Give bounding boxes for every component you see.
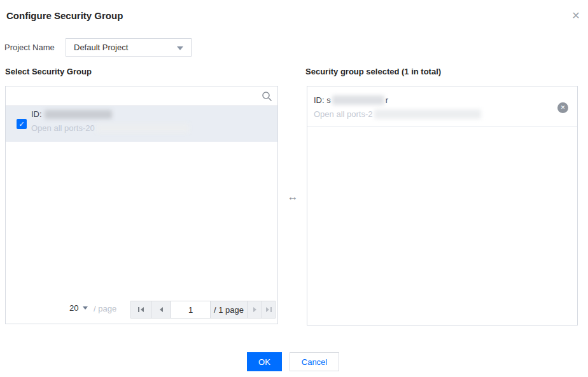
project-name-label: Project Name: [4, 43, 55, 52]
selected-name-prefix: Open all ports-2: [314, 109, 373, 119]
cancel-button[interactable]: Cancel: [290, 352, 339, 371]
search-bar: [6, 86, 277, 106]
page-size-dropdown[interactable]: 20: [69, 303, 88, 313]
redacted-name-value: [96, 123, 189, 133]
last-page-icon: [266, 307, 269, 312]
search-input[interactable]: [6, 86, 277, 106]
chevron-down-icon: [177, 46, 183, 50]
close-icon[interactable]: ✕: [569, 9, 583, 23]
page-number-input[interactable]: [171, 301, 210, 318]
first-page-icon: [138, 307, 139, 312]
previous-page-button[interactable]: [151, 301, 171, 318]
select-security-group-header: Select Security Group: [5, 67, 92, 76]
security-group-list-panel: ✓ ID: Open all ports-20 20 / page: [5, 86, 278, 324]
selected-security-group-item: ID: s r Open all ports-2 ✕: [307, 86, 577, 127]
next-page-button[interactable]: [247, 301, 262, 318]
pagination-bar: 20 / page / 1 page: [6, 301, 277, 319]
configure-security-group-dialog: Configure Security Group ✕ Project Name …: [0, 0, 588, 377]
id-label: ID:: [31, 109, 42, 119]
redacted-id-value: [45, 110, 112, 119]
transfer-arrow-icon: ↔: [284, 191, 302, 203]
pagination-controls: / 1 page: [130, 301, 276, 319]
security-group-name-prefix: Open all ports-20: [31, 123, 95, 133]
project-select-dropdown[interactable]: Default Project: [66, 38, 192, 57]
security-group-list-item[interactable]: ✓ ID: Open all ports-20: [6, 106, 277, 142]
previous-page-icon: [160, 307, 163, 312]
per-page-label: / page: [94, 304, 116, 313]
dialog-title: Configure Security Group: [6, 10, 123, 21]
security-group-name-line: Open all ports-20: [31, 123, 189, 133]
remove-selected-icon[interactable]: ✕: [557, 102, 568, 113]
selected-id-line: ID: s r: [314, 95, 388, 105]
project-select-value: Default Project: [74, 43, 128, 52]
selected-id-prefix: ID: s: [314, 95, 331, 105]
last-page-button[interactable]: [262, 301, 275, 318]
ok-button[interactable]: OK: [247, 352, 282, 371]
next-page-icon: [253, 307, 256, 312]
first-page-button[interactable]: [131, 301, 151, 318]
total-pages-label: / 1 page: [210, 301, 247, 318]
redacted-name-value: [374, 109, 481, 119]
page-size-value: 20: [69, 303, 78, 313]
security-group-id-line: ID:: [31, 109, 112, 119]
selected-name-line: Open all ports-2: [314, 109, 481, 119]
selected-id-suffix: r: [386, 95, 388, 105]
selected-security-group-panel: ID: s r Open all ports-2 ✕: [307, 86, 578, 326]
redacted-id-value: [332, 95, 384, 105]
checkbox-checked-icon[interactable]: ✓: [17, 119, 27, 129]
selected-security-group-header: Security group selected (1 in total): [305, 67, 441, 76]
search-icon[interactable]: [262, 91, 272, 102]
chevron-down-icon: [83, 306, 88, 310]
